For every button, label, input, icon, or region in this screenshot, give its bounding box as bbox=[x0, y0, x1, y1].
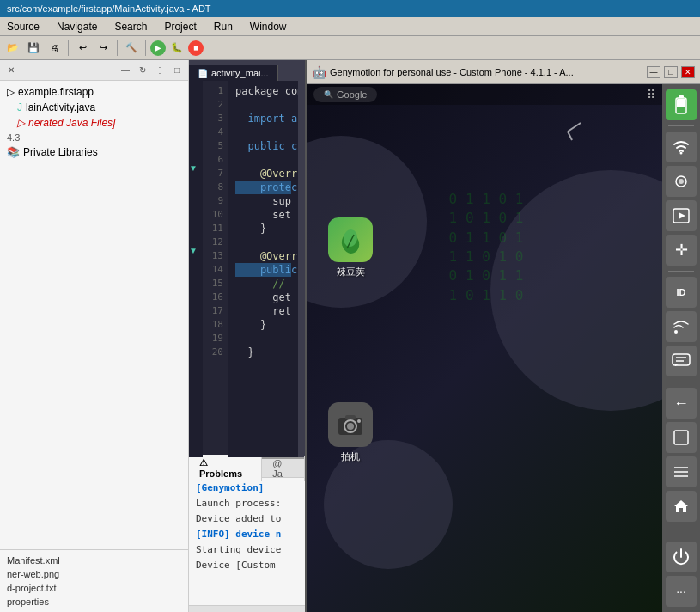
code-editor[interactable]: ▼ ▼ 1234567891011121314151617181920 pack… bbox=[189, 81, 305, 457]
console-output: [Genymotion]Launch process:Device added … bbox=[189, 478, 305, 605]
toolbar-sep-1 bbox=[68, 40, 69, 56]
grid-icon[interactable]: ⠿ bbox=[647, 88, 655, 101]
emulator-close-btn[interactable]: ✕ bbox=[681, 66, 695, 78]
file-project[interactable]: d-project.txt bbox=[7, 581, 181, 595]
file-manifest[interactable]: Manifest.xml bbox=[7, 554, 181, 567]
tree-expand-icon-gen: ▷ bbox=[17, 117, 25, 129]
tree-item-generated[interactable]: ▷ nerated Java Files] bbox=[0, 115, 188, 131]
java-file-icon: J bbox=[17, 101, 22, 113]
collapse-btn[interactable]: ✕ bbox=[3, 63, 19, 78]
emulator-window: 🤖 Genymotion for personal use - Custom P… bbox=[305, 60, 700, 612]
bottom-tabs: ⚠ Problems @ Ja bbox=[189, 459, 305, 478]
main-toolbar: 📂 💾 🖨 ↩ ↪ 🔨 ▶ 🐛 ■ bbox=[0, 36, 700, 60]
emulator-minimize-btn[interactable]: — bbox=[647, 66, 660, 78]
minimize-panel-btn[interactable]: — bbox=[118, 63, 133, 78]
app-icon-camera[interactable]: 拍机 bbox=[328, 402, 373, 463]
tab-label: activity_mai... bbox=[211, 68, 269, 78]
bottom-scrollbar[interactable] bbox=[189, 605, 305, 612]
svg-point-13 bbox=[680, 152, 683, 155]
sync-btn[interactable]: ↻ bbox=[135, 63, 150, 78]
tab-file-icon: 📄 bbox=[198, 69, 208, 78]
tree-item-mainactivity[interactable]: J lainActivity.java bbox=[0, 100, 188, 115]
svg-point-15 bbox=[679, 179, 684, 184]
toolbar-open-btn[interactable]: 📂 bbox=[3, 39, 22, 58]
message-btn[interactable] bbox=[666, 346, 697, 376]
android-home-btn[interactable] bbox=[666, 491, 697, 522]
android-display: 🔍 Google ⠿ 0 1 1 0 1 1 0 1 0 bbox=[307, 84, 662, 612]
library-icon: 📚 bbox=[7, 146, 20, 158]
google-label: Google bbox=[337, 89, 367, 100]
expand-panel-btn[interactable]: □ bbox=[169, 63, 185, 78]
rotate-btn[interactable]: ✛ bbox=[666, 235, 697, 266]
tab-javadoc[interactable]: @ Ja bbox=[262, 456, 305, 481]
editor-scrollbar[interactable] bbox=[298, 81, 305, 457]
android-statusbar: 🔍 Google ⠿ bbox=[307, 84, 662, 105]
ide-title: src/com/example/firstapp/MainActivity.ja… bbox=[7, 3, 211, 14]
id-btn[interactable]: ID bbox=[666, 277, 697, 308]
menu-item-window[interactable]: Window bbox=[247, 19, 290, 34]
tree-item-package[interactable]: ▷ example.firstapp bbox=[0, 84, 188, 100]
webcam-btn[interactable] bbox=[666, 166, 697, 197]
emulator-titlebar: 🤖 Genymotion for personal use - Custom P… bbox=[307, 60, 700, 84]
tree-version: 4.3 bbox=[0, 131, 188, 144]
editor-tab-main[interactable]: 📄 activity_mai... bbox=[189, 65, 278, 81]
emu-sep-3 bbox=[668, 382, 694, 382]
toolbar-redo-btn[interactable]: ↪ bbox=[94, 39, 113, 58]
app-icon-ladoujia-label: 辣豆荚 bbox=[337, 266, 365, 278]
menu-item-search[interactable]: Search bbox=[111, 19, 150, 34]
file-tree: ▷ example.firstapp J lainActivity.java ▷… bbox=[0, 81, 188, 549]
android-clock bbox=[542, 114, 593, 153]
power-btn[interactable] bbox=[666, 542, 697, 572]
left-panel-toolbar: ✕ — ↻ ⋮ □ bbox=[0, 60, 188, 81]
ide-titlebar: src/com/example/firstapp/MainActivity.ja… bbox=[0, 0, 700, 17]
google-search-bar[interactable]: 🔍 Google bbox=[313, 87, 377, 102]
svg-point-9 bbox=[357, 419, 361, 423]
toolbar-save-btn[interactable]: 💾 bbox=[24, 39, 43, 58]
code-gutter: ▼ ▼ bbox=[189, 81, 203, 457]
left-panel: ✕ — ↻ ⋮ □ ▷ example.firstapp J lainActiv… bbox=[0, 60, 189, 612]
tree-item-libraries-label: Private Libraries bbox=[23, 146, 98, 158]
battery-btn[interactable] bbox=[666, 89, 697, 120]
file-properties[interactable]: properties bbox=[7, 595, 181, 609]
toolbar-sep-2 bbox=[117, 40, 118, 56]
tab-javadoc-label: @ Ja bbox=[272, 458, 283, 479]
app-icon-camera-label: 拍机 bbox=[341, 450, 360, 463]
emu-sep-1 bbox=[668, 125, 694, 126]
menu-btn[interactable] bbox=[666, 456, 697, 487]
gutter-arrow-1: ▼ bbox=[189, 163, 198, 173]
app-icon-ladoujia-img bbox=[328, 217, 373, 262]
app-icon-ladoujia[interactable]: 辣豆荚 bbox=[328, 217, 373, 278]
svg-marker-27 bbox=[674, 500, 688, 512]
svg-point-18 bbox=[674, 330, 678, 334]
run-button[interactable]: ▶ bbox=[150, 40, 166, 56]
media-btn[interactable] bbox=[666, 200, 697, 231]
tree-item-libraries[interactable]: 📚 Private Libraries bbox=[0, 144, 188, 160]
rss-btn[interactable] bbox=[666, 311, 697, 342]
wifi-btn[interactable] bbox=[666, 132, 697, 162]
svg-point-7 bbox=[347, 423, 354, 430]
menu-item-navigate[interactable]: Navigate bbox=[53, 19, 100, 34]
menu-item-run[interactable]: Run bbox=[210, 19, 236, 34]
emulator-title: Genymotion for personal use - Custom Pho… bbox=[330, 67, 643, 77]
emulator-maximize-btn[interactable]: □ bbox=[664, 66, 678, 78]
menu-item-source[interactable]: Source bbox=[3, 19, 43, 34]
menu-item-project[interactable]: Project bbox=[161, 19, 199, 34]
bottom-files: Manifest.xml ner-web.png d-project.txt p… bbox=[0, 549, 188, 612]
stop-button[interactable]: ■ bbox=[188, 40, 204, 56]
toolbar-debug-btn[interactable]: 🐛 bbox=[167, 39, 186, 58]
more-btn[interactable]: ··· bbox=[666, 576, 697, 607]
code-content[interactable]: package com. import andr public clas @Ov… bbox=[228, 81, 298, 457]
editor-wrapper: 📄 activity_mai... ▼ ▼ 123456789101112131… bbox=[189, 60, 305, 612]
gutter-arrow-2: ▼ bbox=[189, 246, 198, 255]
toolbar-undo-btn[interactable]: ↩ bbox=[73, 39, 92, 58]
panel-menu-btn[interactable]: ⋮ bbox=[152, 63, 167, 78]
toolbar-build-btn[interactable]: 🔨 bbox=[122, 39, 141, 58]
file-banner[interactable]: ner-web.png bbox=[7, 567, 181, 581]
editor-tabs: 📄 activity_mai... bbox=[189, 60, 305, 81]
toolbar-print-btn[interactable]: 🖨 bbox=[45, 39, 64, 58]
recent-apps-btn[interactable] bbox=[666, 422, 697, 453]
tree-expand-icon: ▷ bbox=[7, 86, 15, 98]
line-numbers: 1234567891011121314151617181920 bbox=[203, 81, 228, 457]
bg-circle-2 bbox=[490, 170, 662, 411]
back-btn[interactable]: ← bbox=[666, 388, 697, 419]
